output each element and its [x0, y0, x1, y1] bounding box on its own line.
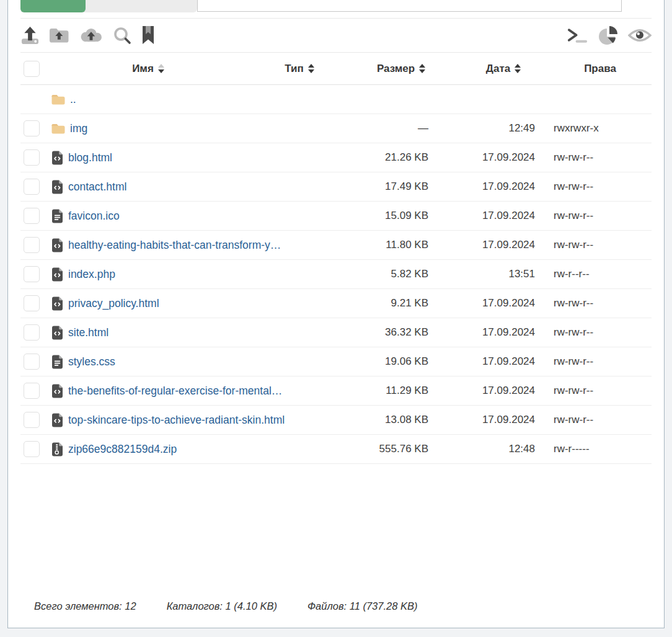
file-date: 13:51	[428, 268, 535, 280]
row-checkbox[interactable]	[24, 441, 40, 457]
column-header-date[interactable]: Дата	[448, 63, 559, 75]
terminal-icon	[567, 26, 588, 45]
file-date: 17.09.2024	[428, 210, 535, 222]
eye-icon	[628, 26, 652, 45]
file-name-link[interactable]: site.html	[68, 326, 108, 339]
file-row: site.html 36.32 KB 17.09.2024 rw-rw-r--	[20, 318, 652, 347]
file-name-link[interactable]: contact.html	[68, 180, 126, 194]
file-code-icon	[51, 384, 63, 398]
file-list: .. img — 12:49 rwxrwxr-x	[20, 85, 652, 464]
file-permissions: rw-r--r--	[535, 268, 651, 280]
total-items-label: Всего элементов: 12	[34, 600, 136, 612]
row-checkbox[interactable]	[24, 208, 40, 224]
folder-upload-icon	[49, 27, 69, 45]
file-permissions: rw-rw-r--	[535, 180, 651, 193]
file-name-link[interactable]: privacy_policy.html	[68, 297, 159, 310]
row-checkbox[interactable]	[24, 266, 40, 282]
bookmark-icon	[141, 26, 156, 45]
file-text-icon	[51, 209, 63, 223]
file-date: 17.09.2024	[428, 355, 535, 368]
file-size: 555.76 KB	[323, 443, 428, 455]
row-checkbox[interactable]	[24, 149, 40, 166]
file-zip-icon	[51, 442, 63, 457]
file-size: 15.09 KB	[323, 210, 428, 222]
file-code-icon	[51, 180, 63, 194]
table-header: Имя Тип Размер Дата Права	[20, 53, 652, 85]
row-checkbox[interactable]	[24, 324, 40, 341]
row-checkbox[interactable]	[24, 383, 40, 399]
file-size: 13.08 KB	[323, 414, 428, 426]
file-date: 17.09.2024	[428, 385, 535, 397]
select-all-checkbox[interactable]	[24, 61, 40, 77]
folder-upload-button[interactable]	[49, 27, 69, 45]
file-name-link[interactable]: the-benefits-of-regular-exercise-for-men…	[68, 385, 282, 398]
file-name-link[interactable]: healthy-eating-habits-that-can-transform…	[68, 239, 281, 252]
view-toggle-button[interactable]	[628, 26, 652, 45]
disk-usage-button[interactable]	[598, 25, 619, 45]
bookmark-button[interactable]	[141, 26, 156, 45]
file-name-link[interactable]: blog.html	[68, 151, 112, 164]
file-row: healthy-eating-habits-that-can-transform…	[20, 231, 652, 260]
file-name-link[interactable]: styles.css	[68, 355, 115, 368]
column-header-name[interactable]: Имя	[51, 63, 245, 75]
file-size: 5.82 KB	[323, 268, 428, 280]
row-checkbox[interactable]	[24, 412, 40, 428]
file-size: 36.32 KB	[323, 326, 428, 339]
file-permissions: rw-rw-r--	[535, 297, 651, 310]
row-checkbox[interactable]	[24, 237, 40, 253]
file-row: privacy_policy.html 9.21 KB 17.09.2024 r…	[20, 289, 652, 318]
file-name-link[interactable]: top-skincare-tips-to-achieve-radiant-ski…	[68, 414, 285, 427]
file-text-icon	[51, 355, 63, 369]
file-date: 17.09.2024	[428, 297, 535, 310]
file-name-link[interactable]: favicon.ico	[68, 210, 120, 223]
file-permissions: rw-rw-r--	[535, 385, 651, 397]
file-permissions: rw-rw-r--	[535, 239, 651, 251]
cloud-upload-icon	[79, 27, 104, 45]
file-code-icon	[51, 326, 63, 340]
file-permissions: rw-r-----	[535, 443, 651, 455]
file-size: 21.26 KB	[323, 151, 428, 164]
file-permissions: rw-rw-r--	[535, 210, 651, 222]
file-size: 11.80 KB	[323, 239, 428, 251]
row-checkbox[interactable]	[24, 120, 40, 136]
file-row: favicon.ico 15.09 KB 17.09.2024 rw-rw-r-…	[20, 202, 652, 231]
file-code-icon	[51, 296, 63, 311]
pie-chart-icon	[598, 25, 619, 45]
file-row: contact.html 17.49 KB 17.09.2024 rw-rw-r…	[20, 172, 652, 202]
file-name-link[interactable]: ..	[70, 93, 76, 106]
file-code-icon	[51, 151, 63, 165]
file-code-icon	[51, 238, 63, 252]
file-code-icon	[51, 267, 63, 282]
row-checkbox[interactable]	[24, 179, 40, 195]
row-checkbox[interactable]	[24, 295, 40, 311]
upload-button[interactable]	[20, 26, 40, 45]
column-header-size[interactable]: Размер	[354, 63, 448, 75]
sort-arrows-icon	[419, 64, 425, 73]
terminal-button[interactable]	[567, 26, 588, 45]
column-header-perms: Права	[559, 63, 642, 75]
cloud-upload-button[interactable]	[79, 27, 104, 45]
file-permissions: rw-rw-r--	[535, 326, 651, 339]
file-permissions: rw-rw-r--	[535, 414, 651, 426]
file-row: index.php 5.82 KB 13:51 rw-r--r--	[20, 260, 652, 289]
column-header-type[interactable]: Тип	[245, 63, 354, 75]
file-permissions: rwxrwxr-x	[535, 122, 651, 135]
file-name-link[interactable]: img	[70, 122, 87, 135]
file-size: —	[323, 122, 428, 135]
file-permissions: rw-rw-r--	[535, 151, 651, 164]
dirs-count-label: Каталогов: 1 (4.10 KB)	[167, 600, 277, 612]
file-row: the-benefits-of-regular-exercise-for-men…	[20, 376, 652, 406]
path-input[interactable]	[197, 0, 622, 12]
file-date: 12:49	[428, 122, 535, 135]
file-date: 17.09.2024	[428, 180, 535, 193]
progress-bar	[20, 0, 197, 12]
row-checkbox[interactable]	[24, 354, 40, 370]
file-date: 12:48	[428, 443, 535, 455]
search-button[interactable]	[113, 26, 131, 45]
file-date: 17.09.2024	[428, 151, 535, 164]
search-icon	[113, 26, 131, 45]
file-row: img — 12:49 rwxrwxr-x	[20, 114, 652, 143]
file-code-icon	[51, 413, 63, 427]
file-name-link[interactable]: zip66e9c882159d4.zip	[68, 443, 177, 456]
file-name-link[interactable]: index.php	[68, 268, 115, 281]
